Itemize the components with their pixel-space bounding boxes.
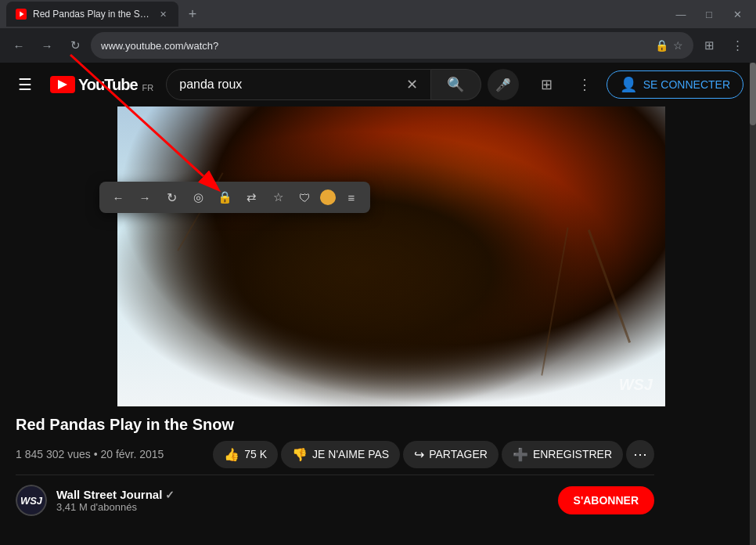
main-content: WSJ Red Pandas Play in the Snow 1 845 30… <box>0 106 756 525</box>
scrollbar-thumb[interactable] <box>750 63 756 125</box>
browser-chrome: Red Pandas Play in the Snow – Y ✕ + — □ … <box>0 0 756 63</box>
tab-title: Red Pandas Play in the Snow – Y <box>33 9 150 20</box>
verified-badge: ✓ <box>165 489 175 501</box>
like-count: 75 K <box>244 448 267 460</box>
ctx-back-button[interactable]: ← <box>107 186 129 208</box>
reload-button[interactable]: ↻ <box>63 33 88 58</box>
context-menu-bar: ← → ↻ ◎ 🔒 ⇄ ☆ 🛡 ≡ <box>99 182 370 213</box>
video-meta-row: 1 845 302 vues • 20 févr. 2015 👍 75 K 👎 … <box>16 440 654 468</box>
star-icon: ☆ <box>673 39 683 52</box>
video-title: Red Pandas Play in the Snow <box>16 416 654 434</box>
ctx-arrows-button[interactable]: ⇄ <box>240 186 262 208</box>
ctx-shield-button[interactable]: ◎ <box>187 186 209 208</box>
tab-close-button[interactable]: ✕ <box>157 8 169 20</box>
ctx-menu-button[interactable]: ≡ <box>340 186 362 208</box>
forward-button[interactable]: → <box>34 33 59 58</box>
subscriber-count: 3,41 M d'abonnés <box>56 501 558 513</box>
tab-favicon <box>16 9 27 20</box>
subscribe-button[interactable]: S'ABONNER <box>558 486 654 514</box>
save-icon: ➕ <box>513 447 528 462</box>
more-actions-button[interactable]: ⋯ <box>626 440 654 468</box>
share-icon: ↪ <box>414 447 424 462</box>
scrollbar[interactable] <box>750 63 756 545</box>
tab-bar: Red Pandas Play in the Snow – Y ✕ + — □ … <box>0 0 756 28</box>
thumbs-up-icon: 👍 <box>224 447 239 462</box>
video-stats: 1 845 302 vues • 20 févr. 2015 <box>16 448 164 460</box>
search-icon: 🔍 <box>447 76 464 93</box>
ctx-pocket-button[interactable]: 🛡 <box>293 186 315 208</box>
microphone-icon: 🎤 <box>495 78 511 92</box>
minimize-button[interactable]: — <box>668 2 693 27</box>
youtube-logo-icon <box>50 76 75 93</box>
search-bar: ✕ 🔍 🎤 <box>166 69 519 100</box>
dislike-label: JE N'AIME PAS <box>312 448 389 460</box>
channel-name: Wall Street Journal ✓ <box>56 488 558 501</box>
address-text: www.youtube.com/watch? <box>101 40 649 52</box>
ctx-star-button[interactable]: ☆ <box>267 186 289 208</box>
search-submit-button[interactable]: 🔍 <box>431 69 481 100</box>
browser-menu-button[interactable]: ⋮ <box>725 33 750 58</box>
header-right: ⊞ ⋮ 👤 SE CONNECTER <box>531 69 743 100</box>
publish-date: 20 févr. 2015 <box>100 448 164 460</box>
search-input-wrap: ✕ <box>166 69 431 100</box>
channel-info: Wall Street Journal ✓ 3,41 M d'abonnés <box>56 488 558 513</box>
youtube-play-icon <box>58 80 67 89</box>
ctx-circle-indicator <box>320 189 336 205</box>
browser-toolbar: ← → ↻ www.youtube.com/watch? 🔒 ☆ ⊞ ⋮ <box>0 28 756 63</box>
channel-avatar[interactable]: WSJ <box>16 485 47 516</box>
search-input[interactable] <box>179 78 406 92</box>
youtube-page: ☰ YouTube FR ✕ 🔍 🎤 ⊞ ⋮ 👤 <box>0 63 756 525</box>
youtube-logo[interactable]: YouTube FR <box>50 76 153 94</box>
extensions-button[interactable]: ⊞ <box>697 33 722 58</box>
voice-search-button[interactable]: 🎤 <box>488 69 519 100</box>
lock-icon: 🔒 <box>655 39 668 52</box>
hamburger-menu-button[interactable]: ☰ <box>13 75 38 94</box>
youtube-logo-text: YouTube <box>78 76 138 94</box>
video-thumbnail: WSJ <box>117 106 665 406</box>
ctx-lock-button[interactable]: 🔒 <box>214 186 236 208</box>
like-button[interactable]: 👍 75 K <box>213 441 278 468</box>
video-player[interactable]: WSJ <box>117 106 665 406</box>
close-window-button[interactable]: ✕ <box>725 2 750 27</box>
view-count: 1 845 302 vues <box>16 448 91 460</box>
youtube-logo-lang: FR <box>142 83 154 94</box>
address-bar[interactable]: www.youtube.com/watch? 🔒 ☆ <box>91 32 693 59</box>
address-icons: 🔒 ☆ <box>655 39 683 52</box>
wsj-watermark: WSJ <box>619 376 653 394</box>
active-tab[interactable]: Red Pandas Play in the Snow – Y ✕ <box>6 2 178 27</box>
save-button[interactable]: ➕ ENREGISTRER <box>502 441 623 468</box>
video-info: Red Pandas Play in the Snow 1 845 302 vu… <box>16 406 654 475</box>
more-options-button[interactable]: ⋮ <box>569 69 600 100</box>
youtube-header: ☰ YouTube FR ✕ 🔍 🎤 ⊞ ⋮ 👤 <box>0 63 756 106</box>
video-actions: 👍 75 K 👎 JE N'AIME PAS ↪ PARTAGER ➕ ENRE… <box>213 440 654 468</box>
thumbs-down-icon: 👎 <box>292 447 308 462</box>
wsj-avatar-label: WSJ <box>20 495 42 507</box>
dislike-button[interactable]: 👎 JE N'AIME PAS <box>281 441 400 468</box>
channel-row: WSJ Wall Street Journal ✓ 3,41 M d'abonn… <box>16 475 654 525</box>
signin-button[interactable]: 👤 SE CONNECTER <box>607 70 743 99</box>
share-label: PARTAGER <box>429 448 488 460</box>
ctx-reload-button[interactable]: ↻ <box>160 186 182 208</box>
apps-button[interactable]: ⊞ <box>531 69 563 100</box>
user-icon: 👤 <box>620 76 637 93</box>
save-label: ENREGISTRER <box>533 448 612 460</box>
maximize-button[interactable]: □ <box>697 2 722 27</box>
back-button[interactable]: ← <box>6 33 31 58</box>
search-clear-button[interactable]: ✕ <box>406 76 418 93</box>
new-tab-button[interactable]: + <box>182 3 203 25</box>
share-button[interactable]: ↪ PARTAGER <box>403 441 499 468</box>
ctx-forward-button[interactable]: → <box>134 186 156 208</box>
signin-label: SE CONNECTER <box>643 78 730 91</box>
